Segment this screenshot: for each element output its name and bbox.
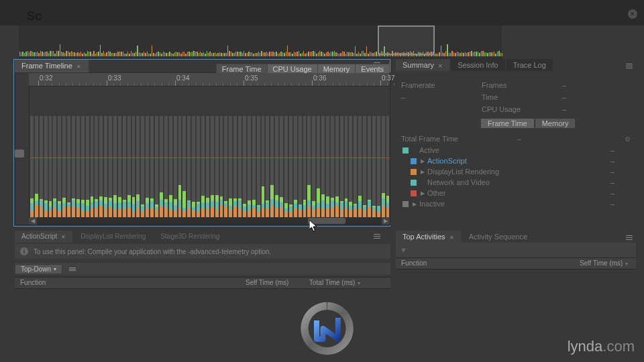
panel-menu-icon[interactable] <box>624 60 635 71</box>
frame-bar[interactable] <box>113 195 117 217</box>
frame-bar[interactable] <box>127 195 131 217</box>
frame-bar[interactable] <box>187 200 191 217</box>
frame-bar[interactable] <box>160 192 163 217</box>
frame-bar[interactable] <box>233 198 237 217</box>
frame-bar[interactable] <box>104 197 107 217</box>
frame-bar[interactable] <box>229 198 232 217</box>
frame-bar[interactable] <box>252 200 256 217</box>
close-button[interactable]: ✕ <box>628 9 637 19</box>
frame-bar[interactable] <box>40 199 43 217</box>
frame-bar[interactable] <box>197 202 200 217</box>
frame-bar[interactable] <box>335 196 339 217</box>
frame-bar[interactable] <box>317 188 320 217</box>
activity-sequence-tab[interactable]: Activity Sequence <box>462 231 534 243</box>
frame-bar[interactable] <box>275 195 278 217</box>
frame-bar[interactable] <box>164 199 168 217</box>
legend-row[interactable]: ▶Other– <box>396 188 636 198</box>
frame-time-chart[interactable] <box>29 86 390 217</box>
time-ruler[interactable]: 0:320:330:340:350:360:37 <box>29 73 390 86</box>
close-icon[interactable]: ✕ <box>449 235 454 241</box>
legend-row[interactable]: ▶DisplayList Rendering– <box>396 166 636 177</box>
function-column-header[interactable]: Function <box>15 278 243 288</box>
frame-bar[interactable] <box>58 201 61 217</box>
total-time-column-header[interactable]: Total Time (ms)▾ <box>307 278 370 288</box>
close-icon[interactable]: ✕ <box>61 234 66 240</box>
activity-self-time-header[interactable]: Self Time (ms)▾ <box>577 258 636 269</box>
frame-time-view-button[interactable]: Frame Time <box>480 118 535 129</box>
frame-bar[interactable] <box>372 206 376 217</box>
zoom-slider-handle[interactable] <box>15 149 24 158</box>
self-time-column-header[interactable]: Self Time (ms) <box>243 278 307 288</box>
frame-bar[interactable] <box>257 205 260 217</box>
frame-bar[interactable] <box>220 196 223 217</box>
frame-bar[interactable] <box>118 197 121 217</box>
displaylist-tab[interactable]: DisplayList Rendering <box>74 231 152 243</box>
frame-bar[interactable] <box>169 195 172 217</box>
frame-bar[interactable] <box>382 193 385 217</box>
frame-bar[interactable] <box>53 198 56 217</box>
frame-bar[interactable] <box>67 202 70 217</box>
frame-bar[interactable] <box>201 196 205 217</box>
frame-bar[interactable] <box>331 198 334 217</box>
frame-bar[interactable] <box>284 203 288 217</box>
top-activities-tab[interactable]: Top Activities ✕ <box>396 231 461 243</box>
frame-bar[interactable] <box>150 198 154 217</box>
frame-bar[interactable] <box>358 196 362 217</box>
close-icon[interactable]: ✕ <box>76 64 81 70</box>
activity-function-header[interactable]: Function <box>396 258 577 269</box>
frame-bar[interactable] <box>303 200 307 217</box>
frame-bar[interactable] <box>76 199 80 217</box>
frame-bar[interactable] <box>294 200 297 217</box>
frame-bar[interactable] <box>368 200 371 217</box>
gear-icon[interactable]: ⚙ <box>625 135 631 143</box>
frame-bar[interactable] <box>326 196 329 218</box>
memory-view-button[interactable]: Memory <box>535 118 576 129</box>
frame-bar[interactable] <box>146 198 149 217</box>
frame-bar[interactable] <box>174 199 177 217</box>
frame-bar[interactable] <box>321 194 325 217</box>
frame-bar[interactable] <box>123 200 126 217</box>
frame-bar[interactable] <box>280 197 283 217</box>
frame-bar[interactable] <box>141 204 144 217</box>
frame-timeline-tab[interactable]: Frame Timeline ✕ <box>15 60 88 72</box>
frame-bar[interactable] <box>109 198 112 217</box>
frame-bar[interactable] <box>192 202 195 217</box>
legend-row[interactable]: ▶ActionScript– <box>396 156 636 166</box>
frame-bar[interactable] <box>178 185 182 217</box>
frame-bar[interactable] <box>81 200 85 217</box>
frame-bar[interactable] <box>206 198 209 217</box>
session-info-tab[interactable]: Session Info <box>451 59 505 71</box>
frame-bar[interactable] <box>62 198 66 217</box>
frame-bar[interactable] <box>299 204 302 217</box>
frame-bar[interactable] <box>266 200 269 217</box>
summary-tab[interactable]: Summary ✕ <box>396 59 449 71</box>
filter-icon[interactable]: ▼ <box>400 246 407 254</box>
frame-bar[interactable] <box>312 201 315 217</box>
frame-bar[interactable] <box>363 205 366 217</box>
frame-bar[interactable] <box>132 197 136 217</box>
frame-bar[interactable] <box>136 194 140 217</box>
actionscript-tab[interactable]: ActionScript ✕ <box>15 231 72 243</box>
frame-bar[interactable] <box>30 198 34 217</box>
frame-bar[interactable] <box>224 201 227 217</box>
frame-bar[interactable] <box>49 201 52 217</box>
frame-bar[interactable] <box>345 198 348 217</box>
frame-bar[interactable] <box>340 201 343 217</box>
frame-bar[interactable] <box>155 204 158 217</box>
frame-bar[interactable] <box>35 194 38 217</box>
frame-bar[interactable] <box>349 202 352 217</box>
trace-log-tab[interactable]: Trace Log <box>506 59 553 71</box>
frame-bar[interactable] <box>289 204 292 217</box>
frame-bar[interactable] <box>262 186 265 217</box>
frame-bar[interactable] <box>72 198 75 217</box>
frame-bar[interactable] <box>243 204 246 217</box>
frame-bar[interactable] <box>99 196 103 217</box>
frame-bar[interactable] <box>307 185 311 217</box>
scroll-thumb[interactable] <box>308 218 345 224</box>
view-mode-dropdown[interactable]: Top-Down ▾ <box>15 264 62 274</box>
overview-selection-window[interactable] <box>378 25 435 55</box>
stage3d-tab[interactable]: Stage3D Rendering <box>154 231 226 243</box>
frame-bar[interactable] <box>270 185 274 217</box>
frame-bar[interactable] <box>238 198 241 217</box>
frame-bar[interactable] <box>91 196 94 217</box>
